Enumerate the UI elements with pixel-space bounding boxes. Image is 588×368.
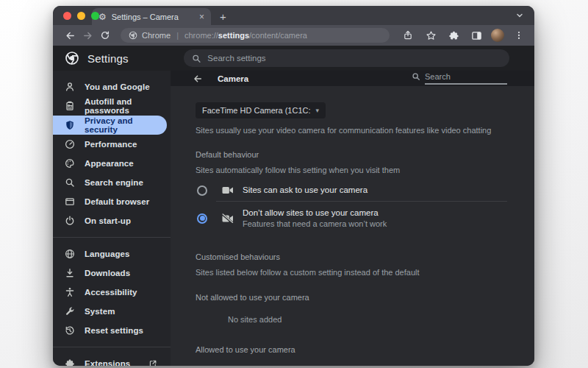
page-title: Camera — [218, 74, 248, 83]
browser-window: ⚙ Settings – Camera × + Chrome | chrome:… — [53, 6, 534, 366]
option-label: Sites can ask to use your camera — [243, 185, 368, 196]
side-panel-icon[interactable] — [468, 27, 484, 43]
sidebar-item-label: Default browser — [85, 197, 149, 206]
sidebar-item-label: Accessibility — [85, 288, 137, 297]
page-header: Camera Search — [171, 71, 534, 86]
close-window-button[interactable] — [63, 12, 71, 20]
forward-button[interactable] — [79, 27, 96, 43]
option-sites-can-ask[interactable]: Sites can ask to use your camera — [196, 180, 507, 201]
address-bar[interactable]: Chrome | chrome://settings/content/camer… — [121, 28, 390, 43]
tab-settings-camera[interactable]: ⚙ Settings – Camera × — [92, 8, 211, 25]
gear-icon: ⚙ — [98, 13, 107, 21]
customised-behaviours-subtitle: Sites listed below follow a custom setti… — [196, 268, 507, 277]
puzzle-icon — [65, 358, 75, 366]
camera-device-dropdown[interactable]: FaceTime HD Camera (1C1C: ▾ — [196, 102, 326, 118]
sidebar-item-you-and-google[interactable]: You and Google — [53, 77, 171, 96]
sidebar-item-label: Reset settings — [85, 326, 143, 335]
share-icon[interactable] — [400, 27, 416, 43]
tab-close-icon[interactable]: × — [199, 13, 204, 21]
browser-toolbar: Chrome | chrome://settings/content/camer… — [53, 25, 534, 46]
allowed-title: Allowed to use your camera — [196, 345, 507, 355]
sidebar-item-autofill[interactable]: Autofill and passwords — [53, 96, 171, 116]
sidebar-item-label: Appearance — [85, 159, 134, 168]
bookmark-star-icon[interactable] — [423, 27, 439, 43]
url-text: chrome://settings/content/camera — [184, 31, 307, 40]
profile-avatar[interactable] — [491, 29, 504, 42]
sidebar-item-label: Performance — [85, 140, 137, 149]
option-dont-allow[interactable]: Don’t allow sites to use your camera Fea… — [196, 202, 507, 236]
sidebar-item-label: You and Google — [85, 82, 150, 91]
chip-separator: | — [176, 31, 179, 40]
chevron-down-icon: ▾ — [316, 107, 320, 114]
sidebar-item-languages[interactable]: Languages — [53, 244, 171, 263]
not-allowed-title: Not allowed to use your camera — [196, 293, 507, 302]
clipboard-key-icon — [65, 101, 75, 111]
sidebar-item-extensions[interactable]: Extensions — [53, 354, 171, 366]
sidebar-item-label: Languages — [85, 250, 130, 258]
settings-search-input[interactable] — [207, 54, 501, 63]
wrench-icon — [65, 306, 75, 316]
accessibility-icon — [65, 287, 75, 297]
radio-selected[interactable] — [197, 213, 207, 224]
sidebar-item-accessibility[interactable]: Accessibility — [53, 283, 171, 302]
tab-strip: ⚙ Settings – Camera × + — [53, 6, 534, 25]
sidebar-item-label: Autofill and passwords — [85, 97, 171, 115]
macos-traffic-lights — [63, 12, 99, 20]
option-sublabel: Features that need a camera won’t work — [243, 219, 387, 229]
new-tab-button[interactable]: + — [220, 11, 226, 22]
globe-icon — [65, 249, 75, 259]
browser-window-icon — [65, 197, 75, 207]
sidebar-item-on-startup[interactable]: On start-up — [53, 211, 171, 230]
option-label: Don’t allow sites to use your camera — [243, 208, 387, 219]
sidebar-item-label: On start-up — [85, 216, 131, 225]
download-icon — [65, 268, 75, 278]
camera-device-value: FaceTime HD Camera (1C1C: — [202, 106, 311, 115]
no-sites-added-text: No sites added — [228, 315, 507, 324]
chrome-icon — [129, 31, 137, 40]
sidebar-item-label: Extensions — [85, 359, 130, 366]
settings-logo-icon — [65, 51, 79, 66]
menu-dots-icon[interactable] — [511, 27, 527, 43]
settings-title: Settings — [87, 52, 129, 65]
sidebar-item-label: Privacy and security — [85, 116, 167, 134]
videocam-icon — [222, 185, 234, 195]
settings-search-field[interactable] — [184, 49, 509, 67]
radio-unselected[interactable] — [197, 185, 207, 196]
back-button[interactable] — [62, 27, 78, 43]
sidebar-item-downloads[interactable]: Downloads — [53, 263, 171, 283]
sidebar-item-label: Downloads — [85, 269, 130, 277]
back-arrow-icon[interactable] — [193, 74, 203, 84]
camera-intro-text: Sites usually use your video camera for … — [196, 126, 507, 135]
sidebar-item-privacy-and-security[interactable]: Privacy and security — [53, 116, 167, 135]
search-icon — [65, 177, 75, 188]
sidebar-divider — [53, 237, 171, 238]
tab-search-chevron-icon[interactable] — [515, 11, 524, 20]
external-link-icon — [148, 359, 157, 366]
settings-sidebar: You and Google Autofill and passwords Pr… — [53, 71, 171, 366]
sidebar-item-label: System — [85, 307, 115, 316]
camera-settings-page: Camera Search FaceTime HD Camera (1C1C: … — [171, 71, 534, 366]
default-behaviour-subtitle: Sites automatically follow this setting … — [196, 166, 507, 175]
sidebar-item-reset-settings[interactable]: Reset settings — [53, 321, 171, 340]
inpage-search-field[interactable]: Search — [412, 72, 507, 85]
speedometer-icon — [65, 139, 75, 149]
sidebar-item-system[interactable]: System — [53, 302, 171, 321]
sidebar-item-default-browser[interactable]: Default browser — [53, 192, 171, 211]
sidebar-item-appearance[interactable]: Appearance — [53, 154, 171, 173]
tab-title: Settings – Camera — [112, 13, 194, 21]
zoom-window-button[interactable] — [91, 12, 99, 20]
search-icon — [192, 54, 201, 63]
sidebar-item-search-engine[interactable]: Search engine — [53, 173, 171, 192]
sidebar-divider — [53, 347, 171, 347]
reload-button[interactable] — [97, 27, 113, 43]
palette-icon — [65, 158, 75, 169]
history-restore-icon — [65, 325, 75, 336]
allowed-site-row-partial[interactable] — [196, 362, 507, 366]
site-chip-label: Chrome — [142, 31, 171, 40]
videocam-off-icon — [222, 213, 234, 224]
sidebar-item-performance[interactable]: Performance — [53, 135, 171, 154]
minimize-window-button[interactable] — [77, 12, 85, 20]
person-icon — [65, 82, 75, 92]
power-icon — [65, 216, 75, 226]
extensions-puzzle-icon[interactable] — [445, 27, 462, 43]
